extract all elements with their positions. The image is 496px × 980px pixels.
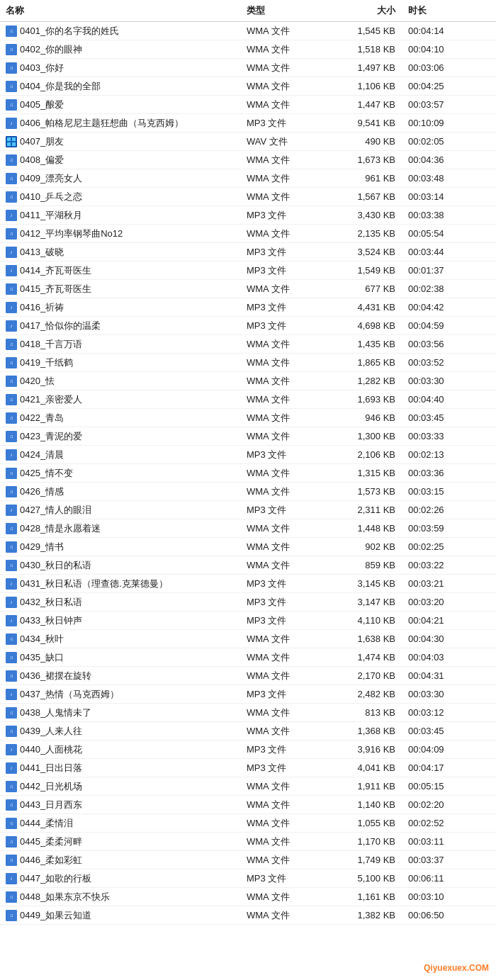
cell-size: 2,170 KB: [325, 670, 402, 681]
table-row[interactable]: ♫ 0409_漂亮女人 WMA 文件 961 KB 00:03:48: [0, 169, 496, 188]
cell-size: 1,573 KB: [325, 486, 402, 497]
table-row[interactable]: ♫ 0444_柔情泪 WMA 文件 1,055 KB 00:02:52: [0, 814, 496, 833]
table-row[interactable]: ♫ 0428_情是永愿着迷 WMA 文件 1,448 KB 00:03:59: [0, 519, 496, 538]
cell-filename: ♫ 0425_情不变: [6, 467, 247, 480]
cell-filename: ♫ 0403_你好: [6, 62, 247, 74]
cell-type: MP3 文件: [247, 762, 325, 775]
cell-duration: 00:03:30: [402, 689, 466, 699]
table-row[interactable]: ♪ 0440_人面桃花 MP3 文件 3,916 KB 00:04:09: [0, 740, 496, 759]
wma-icon: ♫: [6, 523, 17, 534]
table-row[interactable]: ♫ 0418_千言万语 WMA 文件 1,435 KB 00:03:56: [0, 335, 496, 354]
cell-size: 1,300 KB: [325, 431, 402, 441]
table-row[interactable]: ♫ 0412_平均率钢琴曲No12 WMA 文件 2,135 KB 00:05:…: [0, 225, 496, 243]
cell-duration: 00:02:52: [402, 818, 466, 828]
filename-text: 0418_千言万语: [20, 338, 82, 351]
cell-duration: 00:03:21: [402, 578, 466, 589]
table-row[interactable]: ♫ 0429_情书 WMA 文件 902 KB 00:02:25: [0, 538, 496, 556]
table-row[interactable]: ♪ 0416_祈祷 MP3 文件 4,431 KB 00:04:42: [0, 298, 496, 317]
cell-type: WMA 文件: [247, 172, 325, 185]
cell-type: WMA 文件: [247, 191, 325, 203]
cell-type: WMA 文件: [247, 854, 325, 867]
table-row[interactable]: ♫ 0410_乒乓之恋 WMA 文件 1,567 KB 00:03:14: [0, 188, 496, 206]
filename-text: 0447_如歌的行板: [20, 872, 91, 885]
wma-icon: ♫: [6, 855, 17, 866]
filename-text: 0404_你是我的全部: [20, 80, 101, 93]
table-row[interactable]: ♫ 0403_你好 WMA 文件 1,497 KB 00:03:06: [0, 59, 496, 77]
cell-filename: ♪ 0417_恰似你的温柔: [6, 320, 247, 332]
cell-duration: 00:02:38: [402, 283, 466, 294]
table-row[interactable]: ♫ 0436_裙摆在旋转 WMA 文件 2,170 KB 00:04:31: [0, 667, 496, 685]
table-row[interactable]: ♫ 0426_情感 WMA 文件 1,573 KB 00:03:15: [0, 483, 496, 501]
table-row[interactable]: ♪ 0433_秋日钟声 MP3 文件 4,110 KB 00:04:21: [0, 612, 496, 630]
table-row[interactable]: ♫ 0423_青泥的爱 WMA 文件 1,300 KB 00:03:33: [0, 427, 496, 446]
table-row[interactable]: ♪ 0411_平湖秋月 MP3 文件 3,430 KB 00:03:38: [0, 206, 496, 225]
cell-type: MP3 文件: [247, 596, 325, 609]
cell-duration: 00:03:57: [402, 99, 466, 110]
table-row[interactable]: 0407_朋友 WAV 文件 490 KB 00:02:05: [0, 133, 496, 151]
cell-size: 2,106 KB: [325, 449, 402, 460]
table-row[interactable]: ♫ 0419_千纸鹤 WMA 文件 1,865 KB 00:03:52: [0, 354, 496, 372]
filename-text: 0423_青泥的爱: [20, 430, 82, 443]
table-row[interactable]: ♫ 0408_偏爱 WMA 文件 1,673 KB 00:04:36: [0, 151, 496, 169]
table-row[interactable]: ♫ 0442_日光机场 WMA 文件 1,911 KB 00:05:15: [0, 777, 496, 796]
cell-size: 1,673 KB: [325, 154, 402, 165]
filename-text: 0428_情是永愿着迷: [20, 522, 101, 535]
filename-text: 0448_如果东京不快乐: [20, 891, 110, 903]
table-row[interactable]: ♫ 0430_秋日的私语 WMA 文件 859 KB 00:03:22: [0, 556, 496, 575]
table-row[interactable]: ♪ 0432_秋日私语 MP3 文件 3,147 KB 00:03:20: [0, 593, 496, 612]
table-row[interactable]: ♫ 0422_青岛 WMA 文件 946 KB 00:03:45: [0, 409, 496, 427]
table-row[interactable]: ♪ 0406_帕格尼尼主题狂想曲（马克西姆） MP3 文件 9,541 KB 0…: [0, 114, 496, 133]
table-row[interactable]: ♫ 0449_如果云知道 WMA 文件 1,382 KB 00:06:50: [0, 906, 496, 925]
table-row[interactable]: ♪ 0431_秋日私语（理查德.克莱德曼） MP3 文件 3,145 KB 00…: [0, 575, 496, 593]
cell-type: WMA 文件: [247, 651, 325, 664]
table-row[interactable]: ♫ 0415_齐瓦哥医生 WMA 文件 677 KB 00:02:38: [0, 280, 496, 298]
wma-icon: ♫: [6, 560, 17, 571]
cell-type: WMA 文件: [247, 633, 325, 646]
table-row[interactable]: ♫ 0420_怯 WMA 文件 1,282 KB 00:03:30: [0, 372, 496, 390]
filename-text: 0407_朋友: [20, 135, 64, 148]
cell-filename: ♫ 0444_柔情泪: [6, 817, 247, 830]
table-row[interactable]: ♫ 0435_缺口 WMA 文件 1,474 KB 00:04:03: [0, 648, 496, 667]
mp3-icon: ♪: [6, 578, 17, 590]
filename-text: 0420_怯: [20, 375, 55, 388]
cell-type: MP3 文件: [247, 688, 325, 701]
filename-text: 0416_祈祷: [20, 301, 64, 314]
cell-filename: ♫ 0428_情是永愿着迷: [6, 522, 247, 535]
table-row[interactable]: ♪ 0424_清晨 MP3 文件 2,106 KB 00:02:13: [0, 446, 496, 464]
table-row[interactable]: ♫ 0448_如果东京不快乐 WMA 文件 1,161 KB 00:03:10: [0, 888, 496, 906]
filename-text: 0426_情感: [20, 485, 64, 498]
table-row[interactable]: ♫ 0445_柔柔河畔 WMA 文件 1,170 KB 00:03:11: [0, 833, 496, 851]
mp3-icon: ♪: [6, 118, 17, 129]
filename-text: 0402_你的眼神: [20, 43, 82, 56]
cell-duration: 00:03:14: [402, 191, 466, 202]
cell-filename: ♫ 0436_裙摆在旋转: [6, 670, 247, 682]
table-row[interactable]: ♪ 0447_如歌的行板 MP3 文件 5,100 KB 00:06:11: [0, 869, 496, 888]
cell-size: 3,430 KB: [325, 210, 402, 220]
table-row[interactable]: ♫ 0434_秋叶 WMA 文件 1,638 KB 00:04:30: [0, 630, 496, 648]
cell-duration: 00:03:30: [402, 376, 466, 386]
table-row[interactable]: ♫ 0425_情不变 WMA 文件 1,315 KB 00:03:36: [0, 464, 496, 483]
table-row[interactable]: ♫ 0402_你的眼神 WMA 文件 1,518 KB 00:04:10: [0, 40, 496, 59]
table-row[interactable]: ♪ 0441_日出日落 MP3 文件 4,041 KB 00:04:17: [0, 759, 496, 777]
cell-type: MP3 文件: [247, 320, 325, 332]
cell-duration: 00:03:45: [402, 412, 466, 423]
wma-icon: ♫: [6, 191, 17, 203]
table-row[interactable]: ♪ 0417_恰似你的温柔 MP3 文件 4,698 KB 00:04:59: [0, 317, 496, 335]
table-row[interactable]: ♫ 0421_亲密爱人 WMA 文件 1,693 KB 00:04:40: [0, 390, 496, 409]
table-row[interactable]: ♫ 0404_你是我的全部 WMA 文件 1,106 KB 00:04:25: [0, 77, 496, 96]
table-row[interactable]: ♫ 0439_人来人往 WMA 文件 1,368 KB 00:03:45: [0, 722, 496, 740]
table-row[interactable]: ♫ 0438_人鬼情未了 WMA 文件 813 KB 00:03:12: [0, 704, 496, 722]
table-row[interactable]: ♫ 0405_酿爱 WMA 文件 1,447 KB 00:03:57: [0, 96, 496, 114]
table-row[interactable]: ♪ 0413_破晓 MP3 文件 3,524 KB 00:03:44: [0, 243, 496, 261]
table-row[interactable]: ♫ 0446_柔如彩虹 WMA 文件 1,749 KB 00:03:37: [0, 851, 496, 869]
table-header: 名称 类型 大小 时长: [0, 0, 496, 22]
cell-filename: ♫ 0422_青岛: [6, 412, 247, 424]
table-row[interactable]: ♪ 0437_热情（马克西姆） MP3 文件 2,482 KB 00:03:30: [0, 685, 496, 704]
table-row[interactable]: ♫ 0443_日月西东 WMA 文件 1,140 KB 00:02:20: [0, 796, 496, 814]
table-row[interactable]: ♪ 0414_齐瓦哥医生 MP3 文件 1,549 KB 00:01:37: [0, 261, 496, 280]
header-duration: 时长: [402, 4, 466, 17]
cell-size: 3,524 KB: [325, 247, 402, 257]
table-row[interactable]: ♪ 0427_情人的眼泪 MP3 文件 2,311 KB 00:02:26: [0, 501, 496, 519]
table-row[interactable]: ♫ 0401_你的名字我的姓氏 WMA 文件 1,545 KB 00:04:14: [0, 22, 496, 40]
svg-rect-1: [12, 137, 16, 141]
